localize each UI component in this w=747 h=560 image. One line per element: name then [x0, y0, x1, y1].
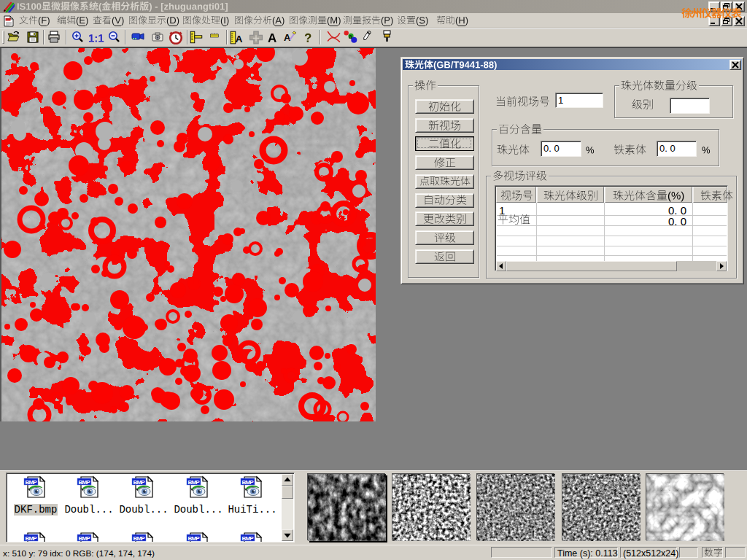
svg-text:BMP: BMP	[188, 479, 201, 486]
svg-text:BMP: BMP	[133, 479, 146, 486]
svg-text:A: A	[284, 32, 291, 43]
svg-text:BMP: BMP	[79, 479, 91, 486]
svg-text:BMP: BMP	[242, 479, 255, 486]
svg-text:a: a	[349, 33, 352, 40]
svg-text:BMP: BMP	[26, 479, 38, 486]
svg-text:A: A	[236, 34, 243, 44]
